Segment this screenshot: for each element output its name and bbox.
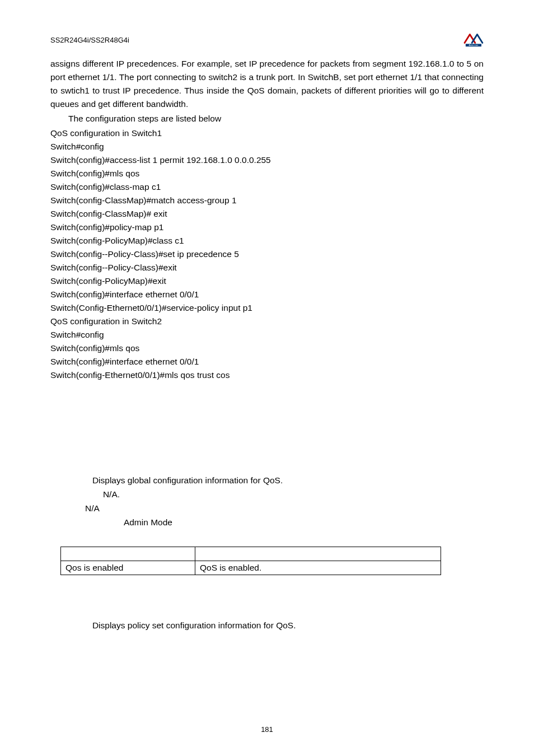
config-line: Switch#config [50,140,484,153]
show-mls-qos-interface-block: Command: show mls qos interface [interfa… [50,605,484,633]
function-value: Displays policy set configuration inform… [92,620,296,630]
table-cell-displayed: Qos is enabled [61,561,195,575]
config-line: Switch(Config-Ethernet0/0/1)#service-pol… [50,301,484,315]
command-mode-label: Command mode: [50,517,124,527]
brand-logo: Amer.com [462,30,484,49]
config-steps-intro: The configuration steps are listed below [50,112,484,125]
default-label: Default: [50,503,85,513]
parameters-label: Parameters: [50,489,103,499]
config-line: Switch(config)#class-map c1 [50,180,484,194]
function-label: Function: [50,620,92,630]
section-8-3-4-1-2-heading: 8.3.4.1.2 show mls qos interface [50,590,484,601]
config-line: QoS configuration in Switch1 [50,127,484,140]
config-line: Switch(config-ClassMap)#match access-gro… [50,194,484,207]
page-number: 181 [0,725,534,734]
config-line: Switch(config-Ethernet0/0/1)#mls qos tru… [50,368,484,382]
page-header: SS2R24G4i/SS2R48G4i Amer.com [50,30,484,49]
config-line: Switch(config)#access-list 1 permit 192.… [50,153,484,167]
command-mode-value: Admin Mode [124,517,172,527]
config-line: Switch(config)#interface ethernet 0/0/1 [50,355,484,368]
command-arg: interface-id [199,606,242,616]
table-cell-explanation: QoS is enabled. [195,561,441,575]
amer-logo-icon: Amer.com [462,30,484,47]
function-label: Function: [50,475,92,485]
displayed-info-table: Displayed information Explanation Qos is… [60,547,441,575]
config-line: Switch(config-PolicyMap)#class c1 [50,234,484,248]
usage-guide-label: Usage Guide: [50,531,106,540]
section-8-3-4-1-1-heading: 8.3.4.1.1 show mls-qos [50,445,484,456]
command-label: Command: [50,461,98,471]
config-line: Switch#config [50,328,484,342]
command-value: show mls-qos [98,461,156,471]
parameters-value: N/A. [103,489,120,499]
config-line: Switch(config)#interface ethernet 0/0/1 [50,288,484,301]
command-label: Command: [50,606,98,616]
section-8-3-4-heading: 8.3.4 QoS Troubleshooting Help [50,407,484,419]
config-block: QoS configuration in Switch1 Switch#conf… [50,127,484,382]
command-value-pre: show mls qos interface [ [98,606,199,616]
config-line: Switch(config)#policy-map p1 [50,221,484,234]
section-8-3-4-1-heading: 8.3.4.1 Monitor and Debug Command [50,427,484,439]
default-value: N/A [85,503,100,513]
table-header-displayed: Displayed information [61,547,195,561]
table-row: Displayed information Explanation [61,547,441,561]
config-line: Switch(config)#mls qos [50,167,484,180]
product-model: SS2R24G4i/SS2R48G4i [50,36,129,44]
table-header-explanation: Explanation [195,547,441,561]
config-line: Switch(config--Policy-Class)#set ip prec… [50,248,484,261]
config-line: QoS configuration in Switch2 [50,315,484,328]
config-line: Switch(config-ClassMap)# exit [50,207,484,221]
config-line: Switch(config)#mls qos [50,342,484,355]
intro-paragraph: assigns different IP precedences. For ex… [50,57,484,111]
config-line: Switch(config-PolicyMap)#exit [50,274,484,288]
function-value: Displays global configuration informatio… [92,475,283,485]
table-row: Qos is enabled QoS is enabled. [61,561,441,575]
show-mls-qos-block: Command: show mls-qos Function: Displays… [50,460,484,575]
config-line: Switch(config--Policy-Class)#exit [50,261,484,274]
command-value-post: ] [buffers | policers | queueing | stati… [242,606,414,616]
svg-text:Amer.com: Amer.com [469,44,478,46]
